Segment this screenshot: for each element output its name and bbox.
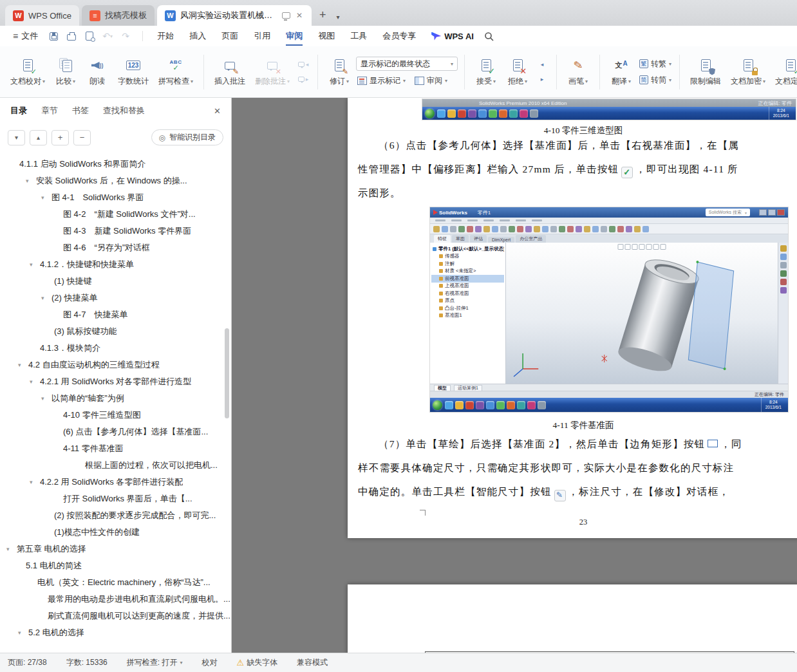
print-preview-button[interactable] [82,29,97,43]
document-area[interactable]: SolidWorks Premium 2010 x64 Edition 正在编辑… [232,98,797,653]
sidebar-scrollbar[interactable] [225,328,229,418]
document-page-27[interactable]: SolidWorks Premium 2010 x64 Edition 正在编辑… [348,98,797,538]
review-pane-button[interactable]: 审阅 ▾ [413,75,449,87]
menu-tab-6[interactable]: 工具 [342,26,375,46]
restrict-editing-button[interactable]: 限制编辑 [686,55,725,89]
delete-comment-button[interactable]: ✕ 删除批注▾ [251,55,294,89]
collapse-arrow-icon[interactable]: ▾ [41,395,52,402]
app-tab-wps-office[interactable]: W WPS Office [5,5,79,26]
expand-all-button[interactable]: ▴ [30,130,47,145]
spell-check-button[interactable]: ABC✓ 拼写检查▾ [155,55,197,89]
previous-change-button[interactable]: ◂ [534,58,550,71]
collapse-arrow-icon[interactable]: ▾ [30,378,40,385]
new-tab-button[interactable]: + [314,8,332,26]
translate-button[interactable]: 文A 翻译▾ [606,55,636,89]
outline-item[interactable]: ▾(2) 快捷菜单 [0,290,231,306]
close-tab-icon[interactable]: ✕ [295,11,304,20]
outline-item[interactable]: ▾第五章 电机的选择 [0,541,231,557]
outline-item[interactable]: (6) 点击【参考几何体】选择【基准面... [0,424,231,440]
spell-check-status[interactable]: 拼写检查: 打开▾ [127,657,183,668]
outline-item[interactable]: 5.1 电机的简述 [0,557,231,574]
file-menu-button[interactable]: ≡ 文件 [8,30,43,42]
collapse-arrow-icon[interactable]: ▾ [18,630,28,636]
save-button[interactable] [46,29,61,43]
pane-tab-sections[interactable]: 章节 [41,105,58,117]
doc-proofing-button[interactable]: ✓ 文档校对▾ [6,55,49,89]
outline-item[interactable]: 最常用的电动是步进电机和直流刷式伺服电机。... [0,591,231,608]
word-count-button[interactable]: 123 字数统计 [114,55,153,89]
outline-item[interactable]: ▾4.2 自由度运动机构的三维造型过程 [0,357,231,373]
to-traditional-button[interactable]: 繁 转繁 ▾ [638,58,673,70]
close-icon[interactable]: ✕ [214,106,221,116]
menu-tab-0[interactable]: 开始 [149,26,182,46]
accept-change-button[interactable]: ✓ 接受▾ [471,55,501,89]
app-tab-templates[interactable]: 找稿壳模板 [82,5,155,26]
collapse-arrow-icon[interactable]: ▾ [41,194,52,201]
search-icon[interactable] [484,32,494,41]
finalize-document-button[interactable]: ✓ 文档定稿 [771,55,797,89]
menu-tab-7[interactable]: 会员专享 [375,26,424,46]
document-tab[interactable]: W 风洞实验运动装置机械结构设... ✕ [157,5,312,26]
outline-item[interactable]: ▾4.1.2．快捷键和快捷菜单 [0,256,231,273]
outline-item[interactable]: ▾4.2.2 用 SolidWorks 各零部件进行装配 [0,474,231,490]
print-button[interactable] [64,29,79,43]
menu-tab-4[interactable]: 审阅 [278,26,310,46]
reject-change-button[interactable]: ✕ 拒绝▾ [503,55,532,89]
compat-mode-badge[interactable]: 兼容模式 [297,657,328,668]
collapse-arrow-icon[interactable]: ▾ [18,362,28,368]
menu-tab-3[interactable]: 引用 [246,26,278,46]
menu-tab-5[interactable]: 视图 [310,26,342,46]
show-markup-button[interactable]: 显示标记 ▾ [356,75,407,87]
outline-item[interactable]: 图 4-3 新建 SolidWorks 零件界面 [0,223,231,239]
markup-state-select[interactable]: 显示标记的最终状态 ▾ [356,57,458,71]
outline-item[interactable]: (3) 鼠标按键功能 [0,323,231,340]
figure-image-4-10[interactable]: SolidWorks Premium 2010 x64 Edition 正在编辑… [422,99,796,120]
zoom-out-button[interactable]: − [73,130,91,145]
compare-button[interactable]: 比较▾ [51,55,80,89]
outline-item[interactable]: 4-10 零件三维造型图 [0,407,231,424]
to-simplified-button[interactable]: 简 转简 ▾ [638,74,673,86]
menu-tab-2[interactable]: 页面 [214,26,246,46]
previous-comment-button[interactable]: ◂ [295,58,311,71]
wps-ai-button[interactable]: WPS AI [431,32,474,41]
encrypt-document-button[interactable]: 文档加密▾ [727,55,769,89]
outline-item[interactable]: (1)模态中性文件的创建 [0,524,231,541]
collapse-arrow-icon[interactable]: ▾ [26,178,36,184]
undo-button[interactable]: ↶▾ [100,29,115,43]
zoom-in-button[interactable]: + [52,130,69,145]
word-count-indicator[interactable]: 字数: 15336 [66,657,108,668]
collapse-arrow-icon[interactable]: ▾ [6,546,17,552]
smart-toc-button[interactable]: ◎ 智能识别目录 [151,129,223,145]
outline-item[interactable]: (1) 快捷键 [0,273,231,290]
pane-tab-find-replace[interactable]: 查找和替换 [103,105,145,117]
track-changes-button[interactable]: ✎ 修订▾ [324,55,354,89]
document-page-28[interactable] [348,584,797,653]
missing-font-warning[interactable]: ⚠缺失字体 [236,657,277,668]
figure-image-4-11[interactable]: SolidWorks 零件1 SolidWorks 搜索▾ 特征草图评估DimX… [430,207,788,412]
collapse-all-button[interactable]: ▾ [8,130,25,145]
outline-item[interactable]: 图 4-6 “另存为”对话框 [0,239,231,256]
outline-item[interactable]: 4.1.1 启动 SolidWorks 和界面简介 [0,156,231,173]
outline-item[interactable]: ▾5.2 电机的选择 [0,624,231,641]
collapse-arrow-icon[interactable]: ▾ [30,261,40,268]
outline-item[interactable]: ▾安装 SolidWorks 后，在 Windows 的操... [0,173,231,189]
page-indicator[interactable]: 页面: 27/38 [8,657,47,668]
outline-item[interactable]: ▾以简单的“轴套”为例 [0,390,231,407]
collapse-arrow-icon[interactable]: ▾ [30,479,40,485]
outline-item[interactable]: 图 4-2 “新建 SolidWorks 文件”对... [0,206,231,223]
outline-item[interactable]: 刷式直流伺服电机可以达到更高的速度，并提供... [0,608,231,624]
outline-item[interactable]: ▾图 4-1 SolidWorks 界面 [0,189,231,206]
menu-tab-1[interactable]: 插入 [182,26,214,46]
outline-item[interactable]: 4-11 零件基准面 [0,440,231,457]
outline-item[interactable]: (2) 按照装配的要求逐步完成配合，即可完... [0,507,231,524]
tab-list-chevron-icon[interactable]: ▾ [333,14,342,26]
next-change-button[interactable]: ▸ [534,73,550,86]
outline-item[interactable]: 图 4-7 快捷菜单 [0,306,231,323]
pane-tab-contents[interactable]: 目录 [10,105,27,117]
outline-item[interactable]: 电机（英文：Electric machinery，俗称“马达”... [0,574,231,591]
read-aloud-button[interactable]: )) 朗读 [82,55,112,89]
redo-button[interactable]: ↷ [118,29,133,43]
pen-button[interactable]: ✎ 画笔▾ [563,55,593,89]
outline-item[interactable]: 4.1.3．模块简介 [0,340,231,357]
next-comment-button[interactable]: ▸ [295,73,311,86]
